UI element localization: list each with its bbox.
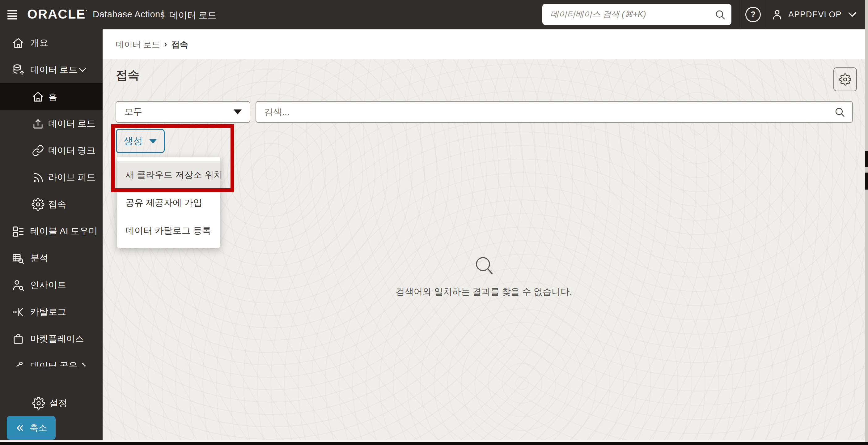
menu-item-register-data-catalog[interactable]: 데이터 카탈로그 등록 bbox=[117, 217, 220, 245]
title-divider: | bbox=[162, 8, 164, 20]
sidebar: 개요 데이터 로드 홈 데이터 로드 데이터 링크 라이브 피 bbox=[0, 29, 102, 440]
link-icon bbox=[32, 144, 44, 157]
oracle-logo: ORACLE´ bbox=[27, 7, 88, 22]
oracle-logo-mark: ´ bbox=[86, 9, 88, 15]
sidebar-item-settings[interactable]: 설정 bbox=[0, 393, 102, 413]
collapse-sidebar-button[interactable]: 축소 bbox=[7, 416, 56, 440]
gear-icon bbox=[32, 198, 44, 211]
gear-icon bbox=[839, 73, 851, 86]
table-ai-icon bbox=[12, 225, 25, 238]
database-actions-window: ORACLE´ Database Actions | 데이터 로드 ? APPD… bbox=[0, 0, 868, 445]
breadcrumb-current: 접속 bbox=[172, 39, 188, 50]
sidebar-item-data-load[interactable]: 데이터 로드 bbox=[0, 56, 102, 83]
sidebar-item-data-link[interactable]: 데이터 링크 bbox=[0, 137, 102, 164]
sidebar-item-data-sharing[interactable]: 데이터 공유 bbox=[0, 352, 102, 366]
connections-search-box[interactable] bbox=[255, 101, 853, 123]
gear-icon bbox=[32, 397, 45, 410]
sidebar-item-insights[interactable]: 인사이트 bbox=[0, 271, 102, 298]
filter-dropdown-value: 모두 bbox=[124, 106, 142, 118]
feed-icon bbox=[32, 171, 44, 184]
user-icon bbox=[771, 8, 783, 21]
menu-item-subscribe-share-provider[interactable]: 공유 제공자에 가입 bbox=[117, 189, 220, 217]
upload-icon bbox=[32, 117, 44, 130]
app-context-title: 데이터 로드 bbox=[169, 9, 217, 22]
user-name: APPDEVLOP bbox=[788, 10, 842, 20]
database-search-input[interactable] bbox=[550, 9, 714, 19]
hamburger-menu-icon[interactable] bbox=[7, 9, 18, 21]
filter-dropdown[interactable]: 모두 bbox=[116, 101, 250, 123]
chevron-down-icon bbox=[77, 65, 88, 75]
window-bottom-edge bbox=[0, 442, 868, 445]
header-divider bbox=[740, 0, 740, 29]
chevron-right-icon bbox=[79, 361, 88, 367]
top-header: ORACLE´ Database Actions | 데이터 로드 ? APPD… bbox=[0, 0, 868, 29]
sidebar-item-table-ai-assistant[interactable]: 테이블 AI 도우미 bbox=[0, 218, 102, 245]
chevron-down-icon bbox=[847, 9, 858, 20]
table-search-icon bbox=[12, 252, 25, 265]
breadcrumb: 데이터 로드 › 접속 bbox=[102, 29, 865, 59]
sidebar-item-analysis[interactable]: 분석 bbox=[0, 245, 102, 271]
breadcrumb-separator: › bbox=[164, 39, 167, 49]
sidebar-item-connections[interactable]: 접속 bbox=[0, 191, 102, 218]
empty-state-message: 검색어와 일치하는 결과를 찾을 수 없습니다. bbox=[396, 286, 572, 298]
empty-state: 검색어와 일치하는 결과를 찾을 수 없습니다. bbox=[102, 254, 865, 298]
user-menu[interactable]: APPDEVLOP bbox=[771, 6, 858, 24]
triangle-down-icon bbox=[149, 139, 157, 144]
search-icon bbox=[473, 254, 495, 278]
app-title: Database Actions bbox=[93, 9, 165, 20]
help-icon: ? bbox=[750, 9, 755, 20]
search-icon bbox=[834, 106, 845, 118]
header-divider bbox=[766, 0, 766, 29]
help-button[interactable]: ? bbox=[745, 7, 761, 22]
workspace: 접속 모두 생성 새 클라우드 저장소 위치 공유 제공자에 가입 데이터 카탈… bbox=[102, 59, 865, 440]
home-icon bbox=[32, 90, 44, 103]
triangle-down-icon bbox=[234, 110, 242, 114]
main-content: 데이터 로드 › 접속 접속 모두 생성 새 클라우드 저장소 위 bbox=[102, 29, 865, 440]
breadcrumb-parent-link[interactable]: 데이터 로드 bbox=[116, 39, 160, 50]
catalog-icon bbox=[12, 305, 25, 319]
window-right-edge bbox=[865, 0, 868, 445]
create-button[interactable]: 생성 bbox=[116, 129, 165, 153]
database-search-box[interactable] bbox=[542, 4, 732, 25]
page-settings-button[interactable] bbox=[833, 67, 857, 91]
double-chevron-left-icon bbox=[15, 423, 25, 433]
shopping-bag-icon bbox=[12, 332, 25, 346]
sidebar-item-data-load-sub[interactable]: 데이터 로드 bbox=[0, 110, 102, 137]
scrollbar-thumb[interactable] bbox=[865, 151, 868, 167]
sidebar-item-live-feed[interactable]: 라이브 피드 bbox=[0, 164, 102, 191]
home-icon bbox=[12, 36, 25, 50]
sidebar-item-overview[interactable]: 개요 bbox=[0, 29, 102, 56]
sidebar-item-marketplace[interactable]: 마켓플레이스 bbox=[0, 325, 102, 352]
search-icon bbox=[714, 9, 726, 21]
sidebar-item-catalog[interactable]: 카탈로그 bbox=[0, 298, 102, 325]
person-search-icon bbox=[12, 278, 25, 292]
database-upload-icon bbox=[12, 63, 25, 77]
sidebar-nav: 개요 데이터 로드 홈 데이터 로드 데이터 링크 라이브 피 bbox=[0, 29, 102, 366]
create-dropdown-menu: 새 클라우드 저장소 위치 공유 제공자에 가입 데이터 카탈로그 등록 bbox=[117, 157, 220, 248]
sidebar-item-home[interactable]: 홈 bbox=[0, 83, 102, 110]
share-key-icon bbox=[12, 359, 25, 367]
menu-item-new-cloud-storage[interactable]: 새 클라우드 저장소 위치 bbox=[117, 161, 220, 189]
connections-search-input[interactable] bbox=[264, 107, 834, 117]
page-title: 접속 bbox=[116, 67, 140, 83]
scrollbar-thumb[interactable] bbox=[865, 173, 868, 189]
